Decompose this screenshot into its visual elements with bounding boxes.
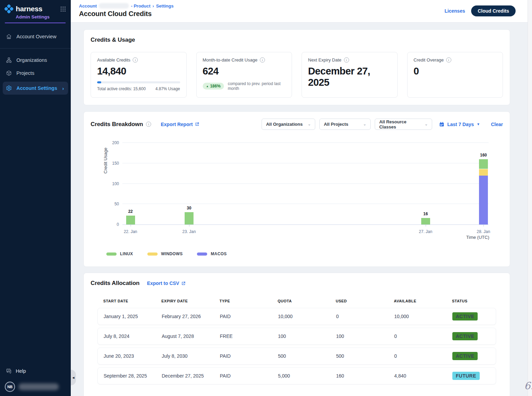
column-header: QUOTA <box>278 299 336 303</box>
credits-allocation-title: Credits Allocation <box>91 280 139 287</box>
delta-note: compared to prev. period last month <box>228 81 285 91</box>
projects-select[interactable]: All Projects⌄ <box>319 119 371 130</box>
info-icon[interactable]: i <box>260 57 265 63</box>
stat-card-credit-overage: Credit Overage i 0 <box>407 52 503 98</box>
bar-segment-windows <box>479 169 488 176</box>
x-axis-tick-label: 22. Jan <box>117 229 144 234</box>
table-cell-status: ACTIVE <box>452 352 496 360</box>
next-expiry-value: December 27, 2025 <box>308 66 391 88</box>
info-icon[interactable]: i <box>146 122 151 127</box>
bar-value-label: 160 <box>473 153 494 158</box>
table-cell-start: July 8, 2024 <box>104 333 162 339</box>
legend-item-macos[interactable]: MACOS <box>197 251 227 256</box>
chevron-down-icon: ⌄ <box>304 122 311 126</box>
table-cell-quota: 100 <box>278 333 336 339</box>
chart-legend: LINUXWINDOWSMACOS <box>106 251 503 256</box>
stat-label: Next Expiry Date <box>308 57 342 63</box>
legend-swatch <box>147 252 158 256</box>
column-header: EXPIRY DATE <box>161 299 220 303</box>
export-csv-link[interactable]: Export to CSV <box>147 281 186 286</box>
sidebar-divider <box>0 48 71 49</box>
allocation-table-header: START DATE EXPIRY DATE TYPE QUOTA USED A… <box>97 299 496 308</box>
export-report-link[interactable]: Export Report <box>161 122 199 127</box>
table-cell-used: 500 <box>336 353 394 359</box>
clear-filters-link[interactable]: Clear <box>491 122 503 127</box>
table-row: July 8, 2024August 7, 2028FREE1001000ACT… <box>97 328 496 345</box>
available-credits-progress-fill <box>97 81 101 83</box>
page-header: Account - Product › Settings Account Clo… <box>71 0 532 23</box>
table-cell-available: 0 <box>394 353 452 359</box>
table-cell-expiry: August 7, 2028 <box>162 333 220 339</box>
chart-gridline <box>122 183 489 184</box>
date-range-picker[interactable]: Last 7 Days ▼ <box>439 122 480 127</box>
resource-classes-select[interactable]: All Resource Classes⌄ <box>375 119 432 130</box>
stat-label: Credit Overage <box>414 57 444 63</box>
sidebar-item-account-overview[interactable]: Account Overview <box>0 30 71 43</box>
chart-x-axis-label: Time (UTC) <box>466 235 489 240</box>
table-cell-start: January 1, 2025 <box>104 314 162 319</box>
user-profile[interactable]: NB <box>0 382 71 392</box>
chevron-right-icon: › <box>62 85 64 91</box>
table-row: September 28, 2025December 27, 2025PAID5… <box>97 367 496 384</box>
table-cell-start: June 20, 2023 <box>104 353 162 359</box>
home-icon <box>6 33 12 40</box>
legend-label: LINUX <box>120 251 133 256</box>
help-button[interactable]: ? Help <box>0 365 71 378</box>
x-axis-tick <box>483 225 484 227</box>
org-hierarchy-icon <box>6 57 12 63</box>
cloud-credits-button[interactable]: Cloud Credits <box>471 5 516 16</box>
organizations-select[interactable]: All Organizations⌄ <box>262 119 315 130</box>
svg-text:?: ? <box>8 369 9 371</box>
licenses-link[interactable]: Licenses <box>444 8 465 14</box>
info-icon[interactable]: i <box>344 57 349 63</box>
avatar[interactable]: NB <box>5 382 15 392</box>
table-cell-quota: 500 <box>278 353 336 359</box>
allocation-table-body: January 1, 2025February 27, 2026PAID10,0… <box>97 308 496 384</box>
breadcrumb-product-link[interactable]: - Product <box>131 3 150 9</box>
column-header: STATUS <box>452 299 496 303</box>
sidebar-item-label: Account Settings <box>16 85 57 91</box>
table-cell-expiry: December 27, 2025 <box>162 373 220 379</box>
credits-usage-card: Credits & Usage Available Credits i 14,8… <box>83 29 510 105</box>
legend-label: MACOS <box>211 251 227 256</box>
sidebar-item-label: Projects <box>16 70 34 76</box>
y-axis-tick-label: 200 <box>105 140 119 145</box>
column-header: USED <box>336 299 394 303</box>
legend-swatch <box>197 252 207 256</box>
column-header: TYPE <box>220 299 278 303</box>
status-badge: FUTURE <box>452 372 480 380</box>
stat-card-mtd-usage: Month-to-date Credit Usage i 624 ▲186% c… <box>196 52 292 98</box>
handwritten-annotation: 6. <box>524 380 532 392</box>
status-badge: ACTIVE <box>452 312 478 320</box>
breadcrumb-settings-link[interactable]: Settings <box>156 3 173 9</box>
module-subtitle: Admin Settings <box>16 14 66 19</box>
table-cell-used: 0 <box>336 314 394 319</box>
chart-plot: 0501001502002222. Jan3023. Jan1627. Jan1… <box>122 143 489 224</box>
harness-logo-icon <box>4 4 13 13</box>
usage-percent: 4.87% Usage <box>155 86 180 91</box>
sidebar: harness Admin Settings Account Overview <box>0 0 71 396</box>
redacted-account-name <box>99 3 129 9</box>
column-header: AVAILABLE <box>394 299 452 303</box>
calendar-icon <box>439 122 444 127</box>
sidebar-item-projects[interactable]: Projects <box>0 67 71 80</box>
bar-segment-macos <box>479 176 488 224</box>
page-scrollbar[interactable] <box>528 0 532 396</box>
credits-breakdown-title: Credits Breakdown <box>91 121 143 128</box>
legend-item-linux[interactable]: LINUX <box>106 251 133 256</box>
sidebar-item-label: Account Overview <box>16 34 56 39</box>
x-axis-tick <box>131 225 131 227</box>
apps-grid-icon[interactable] <box>60 6 66 12</box>
breadcrumb-account-link[interactable]: Account <box>79 3 97 9</box>
caret-down-icon: ▼ <box>477 122 480 126</box>
status-badge: ACTIVE <box>452 352 478 360</box>
chart-x-axis-line <box>122 224 489 225</box>
credits-progress-bar <box>97 81 180 83</box>
bar-segment-linux <box>126 216 135 224</box>
info-icon[interactable]: i <box>133 57 138 63</box>
sidebar-item-account-settings[interactable]: Account Settings › <box>3 82 68 95</box>
x-axis-tick <box>426 225 426 227</box>
legend-item-windows[interactable]: WINDOWS <box>147 251 183 256</box>
info-icon[interactable]: i <box>446 57 451 63</box>
sidebar-item-organizations[interactable]: Organizations <box>0 54 71 67</box>
